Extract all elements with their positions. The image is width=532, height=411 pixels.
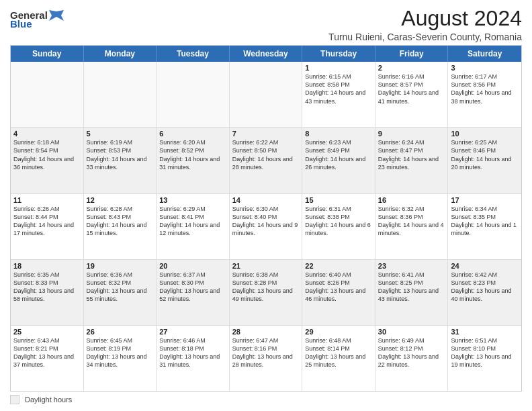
day-number: 28 <box>232 328 300 336</box>
day-info: Sunrise: 6:23 AM Sunset: 8:49 PM Dayligh… <box>305 138 372 171</box>
title-block: August 2024 Turnu Ruieni, Caras-Severin … <box>328 7 522 42</box>
day-info: Sunrise: 6:36 AM Sunset: 8:32 PM Dayligh… <box>87 271 154 304</box>
day-info: Sunrise: 6:40 AM Sunset: 8:26 PM Dayligh… <box>305 271 372 304</box>
calendar-week-1: 1Sunrise: 6:15 AM Sunset: 8:58 PM Daylig… <box>11 62 521 128</box>
day-number: 7 <box>232 130 300 138</box>
day-cell-14: 14Sunrise: 6:30 AM Sunset: 8:40 PM Dayli… <box>230 194 303 259</box>
logo: General Blue <box>10 9 64 30</box>
day-info: Sunrise: 6:18 AM Sunset: 8:54 PM Dayligh… <box>13 138 81 171</box>
day-cell-22: 22Sunrise: 6:40 AM Sunset: 8:26 PM Dayli… <box>302 260 375 325</box>
day-number: 17 <box>451 196 519 204</box>
day-info: Sunrise: 6:49 AM Sunset: 8:12 PM Dayligh… <box>378 336 445 369</box>
day-info: Sunrise: 6:47 AM Sunset: 8:16 PM Dayligh… <box>232 336 300 369</box>
day-number: 19 <box>87 262 154 270</box>
day-info: Sunrise: 6:20 AM Sunset: 8:52 PM Dayligh… <box>159 138 226 171</box>
day-cell-7: 7Sunrise: 6:22 AM Sunset: 8:50 PM Daylig… <box>230 128 303 193</box>
day-header-sunday: Sunday <box>11 46 84 62</box>
day-cell-5: 5Sunrise: 6:19 AM Sunset: 8:53 PM Daylig… <box>84 128 157 193</box>
day-number: 16 <box>378 196 445 204</box>
day-number: 11 <box>13 196 81 204</box>
day-cell-23: 23Sunrise: 6:41 AM Sunset: 8:25 PM Dayli… <box>375 260 449 325</box>
day-header-monday: Monday <box>84 46 157 62</box>
day-cell-4: 4Sunrise: 6:18 AM Sunset: 8:54 PM Daylig… <box>11 128 84 193</box>
day-cell-6: 6Sunrise: 6:20 AM Sunset: 8:52 PM Daylig… <box>157 128 230 193</box>
day-cell-20: 20Sunrise: 6:37 AM Sunset: 8:30 PM Dayli… <box>157 260 230 325</box>
day-number: 31 <box>451 328 519 336</box>
day-cell-25: 25Sunrise: 6:43 AM Sunset: 8:21 PM Dayli… <box>11 326 84 391</box>
day-info: Sunrise: 6:35 AM Sunset: 8:33 PM Dayligh… <box>13 271 81 304</box>
day-number: 8 <box>305 130 372 138</box>
day-number: 1 <box>305 64 372 72</box>
day-number: 23 <box>378 262 445 270</box>
day-number: 3 <box>451 64 519 72</box>
day-info: Sunrise: 6:19 AM Sunset: 8:53 PM Dayligh… <box>87 138 154 171</box>
day-number: 20 <box>159 262 226 270</box>
day-info: Sunrise: 6:17 AM Sunset: 8:56 PM Dayligh… <box>451 73 519 105</box>
calendar-body: 1Sunrise: 6:15 AM Sunset: 8:58 PM Daylig… <box>11 62 521 391</box>
legend-box <box>10 395 19 404</box>
day-number: 6 <box>159 130 226 138</box>
calendar-week-5: 25Sunrise: 6:43 AM Sunset: 8:21 PM Dayli… <box>11 326 521 391</box>
page: General Blue August 2024 Turnu Ruieni, C… <box>0 0 532 411</box>
calendar-week-3: 11Sunrise: 6:26 AM Sunset: 8:44 PM Dayli… <box>11 194 521 260</box>
day-cell-18: 18Sunrise: 6:35 AM Sunset: 8:33 PM Dayli… <box>11 260 84 325</box>
day-info: Sunrise: 6:48 AM Sunset: 8:14 PM Dayligh… <box>305 336 372 369</box>
day-cell-26: 26Sunrise: 6:45 AM Sunset: 8:19 PM Dayli… <box>84 326 157 391</box>
empty-cell <box>11 62 84 127</box>
day-cell-17: 17Sunrise: 6:34 AM Sunset: 8:35 PM Dayli… <box>448 194 521 259</box>
legend-label: Daylight hours <box>25 396 72 404</box>
day-number: 5 <box>87 130 154 138</box>
day-cell-30: 30Sunrise: 6:49 AM Sunset: 8:12 PM Dayli… <box>375 326 449 391</box>
day-cell-1: 1Sunrise: 6:15 AM Sunset: 8:58 PM Daylig… <box>302 62 375 127</box>
calendar: SundayMondayTuesdayWednesdayThursdayFrid… <box>10 45 522 392</box>
day-info: Sunrise: 6:38 AM Sunset: 8:28 PM Dayligh… <box>232 271 300 304</box>
day-cell-9: 9Sunrise: 6:24 AM Sunset: 8:47 PM Daylig… <box>375 128 449 193</box>
calendar-week-2: 4Sunrise: 6:18 AM Sunset: 8:54 PM Daylig… <box>11 128 521 193</box>
day-cell-31: 31Sunrise: 6:51 AM Sunset: 8:10 PM Dayli… <box>448 326 521 391</box>
main-title: August 2024 <box>328 7 522 30</box>
day-info: Sunrise: 6:26 AM Sunset: 8:44 PM Dayligh… <box>13 205 81 238</box>
empty-cell <box>84 62 157 127</box>
day-cell-16: 16Sunrise: 6:32 AM Sunset: 8:36 PM Dayli… <box>375 194 449 259</box>
day-header-wednesday: Wednesday <box>230 46 303 62</box>
day-number: 18 <box>13 262 81 270</box>
day-number: 24 <box>451 262 519 270</box>
day-info: Sunrise: 6:31 AM Sunset: 8:38 PM Dayligh… <box>305 205 372 238</box>
day-cell-11: 11Sunrise: 6:26 AM Sunset: 8:44 PM Dayli… <box>11 194 84 259</box>
day-info: Sunrise: 6:16 AM Sunset: 8:57 PM Dayligh… <box>378 73 445 105</box>
day-cell-29: 29Sunrise: 6:48 AM Sunset: 8:14 PM Dayli… <box>302 326 375 391</box>
day-number: 22 <box>305 262 372 270</box>
empty-cell <box>157 62 230 127</box>
day-info: Sunrise: 6:45 AM Sunset: 8:19 PM Dayligh… <box>87 336 154 369</box>
day-header-thursday: Thursday <box>302 46 375 62</box>
day-info: Sunrise: 6:34 AM Sunset: 8:35 PM Dayligh… <box>451 205 519 238</box>
day-cell-27: 27Sunrise: 6:46 AM Sunset: 8:18 PM Dayli… <box>157 326 230 391</box>
day-cell-3: 3Sunrise: 6:17 AM Sunset: 8:56 PM Daylig… <box>448 62 521 127</box>
day-info: Sunrise: 6:51 AM Sunset: 8:10 PM Dayligh… <box>451 336 519 369</box>
day-info: Sunrise: 6:22 AM Sunset: 8:50 PM Dayligh… <box>232 138 300 171</box>
day-info: Sunrise: 6:24 AM Sunset: 8:47 PM Dayligh… <box>378 138 445 171</box>
day-info: Sunrise: 6:15 AM Sunset: 8:58 PM Dayligh… <box>305 73 372 105</box>
day-cell-15: 15Sunrise: 6:31 AM Sunset: 8:38 PM Dayli… <box>302 194 375 259</box>
day-cell-19: 19Sunrise: 6:36 AM Sunset: 8:32 PM Dayli… <box>84 260 157 325</box>
day-header-tuesday: Tuesday <box>157 46 230 62</box>
logo-blue-text: Blue <box>10 18 32 30</box>
day-cell-24: 24Sunrise: 6:42 AM Sunset: 8:23 PM Dayli… <box>448 260 521 325</box>
empty-cell <box>230 62 303 127</box>
day-info: Sunrise: 6:28 AM Sunset: 8:43 PM Dayligh… <box>87 205 154 238</box>
day-info: Sunrise: 6:37 AM Sunset: 8:30 PM Dayligh… <box>159 271 226 304</box>
day-number: 25 <box>13 328 81 336</box>
footer: Daylight hours <box>10 395 522 404</box>
day-number: 14 <box>232 196 300 204</box>
header: General Blue August 2024 Turnu Ruieni, C… <box>10 7 522 42</box>
day-header-friday: Friday <box>375 46 449 62</box>
day-cell-21: 21Sunrise: 6:38 AM Sunset: 8:28 PM Dayli… <box>230 260 303 325</box>
day-number: 21 <box>232 262 300 270</box>
day-cell-12: 12Sunrise: 6:28 AM Sunset: 8:43 PM Dayli… <box>84 194 157 259</box>
day-cell-10: 10Sunrise: 6:25 AM Sunset: 8:46 PM Dayli… <box>448 128 521 193</box>
day-number: 29 <box>305 328 372 336</box>
day-number: 12 <box>87 196 154 204</box>
calendar-header: SundayMondayTuesdayWednesdayThursdayFrid… <box>11 46 521 62</box>
day-info: Sunrise: 6:25 AM Sunset: 8:46 PM Dayligh… <box>451 138 519 171</box>
subtitle: Turnu Ruieni, Caras-Severin County, Roma… <box>328 32 522 42</box>
